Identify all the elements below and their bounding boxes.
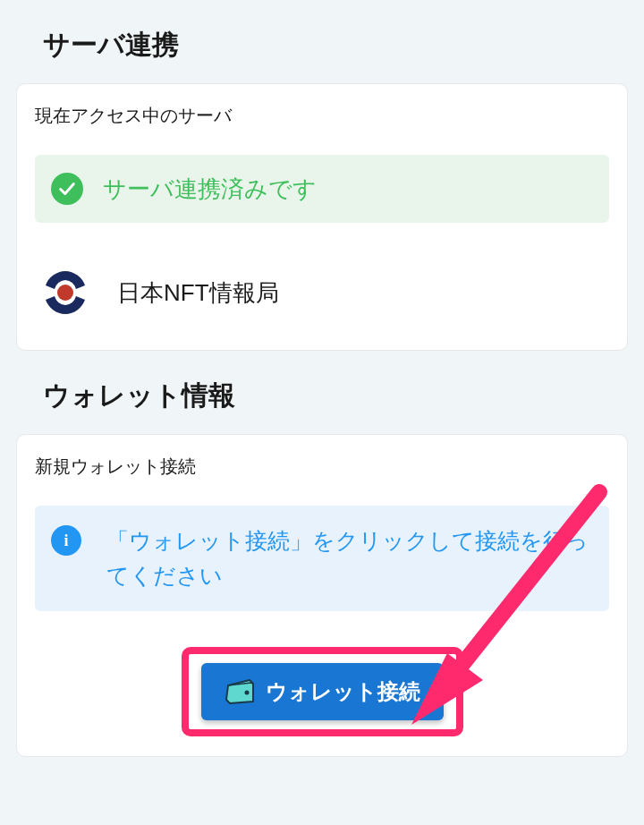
check-circle-icon <box>51 173 83 205</box>
wallet-info-text: 「ウォレット接続」をクリックして接続を行ってください <box>106 523 593 593</box>
server-name: 日本NFT情報局 <box>117 277 279 309</box>
info-circle-icon: i <box>51 525 81 556</box>
svg-point-1 <box>244 690 249 694</box>
server-link-subtitle: 現在アクセス中のサーバ <box>35 104 609 128</box>
server-logo-icon <box>40 268 90 318</box>
server-row: 日本NFT情報局 <box>35 259 609 330</box>
wallet-info-banner: i 「ウォレット接続」をクリックして接続を行ってください <box>35 506 609 611</box>
wallet-connect-button[interactable]: ウォレット接続 <box>201 663 444 720</box>
wallet-info-title: ウォレット情報 <box>0 351 644 434</box>
highlight-frame: ウォレット接続 <box>182 647 463 736</box>
server-link-title: サーバ連携 <box>0 0 644 83</box>
wallet-icon <box>225 678 257 705</box>
server-status-banner: サーバ連携済みです <box>35 155 609 223</box>
svg-point-0 <box>57 285 73 301</box>
wallet-info-card: 新規ウォレット接続 i 「ウォレット接続」をクリックして接続を行ってください ウ… <box>16 434 628 757</box>
server-status-text: サーバ連携済みです <box>103 174 317 205</box>
server-link-card: 現在アクセス中のサーバ サーバ連携済みです 日本NFT情報局 <box>16 83 628 351</box>
wallet-connect-button-label: ウォレット接続 <box>266 677 420 706</box>
wallet-info-subtitle: 新規ウォレット接続 <box>35 455 609 479</box>
